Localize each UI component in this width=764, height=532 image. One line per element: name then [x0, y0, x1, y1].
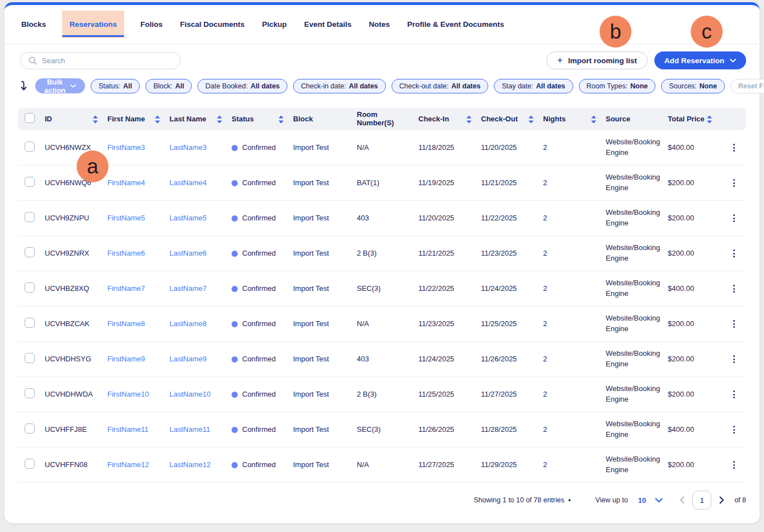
sort-icon[interactable]	[706, 115, 713, 124]
col-label: Total Price	[668, 115, 705, 124]
room-number-cell: SEC(3)	[357, 284, 418, 294]
first-name-link[interactable]: FirstName5	[107, 213, 169, 224]
row-menu-button[interactable]	[730, 388, 738, 401]
first-name-link[interactable]: FirstName9	[107, 354, 169, 365]
sort-icon[interactable]	[591, 115, 597, 124]
first-name-link[interactable]: FirstName11	[107, 425, 169, 435]
tab-event-details[interactable]: Event Details	[303, 11, 353, 38]
next-page-button[interactable]	[717, 494, 727, 506]
status-cell: Confirmed	[232, 178, 293, 189]
first-name-link[interactable]: FirstName6	[107, 248, 169, 259]
tab-fiscal-documents[interactable]: Fiscal Documents	[179, 11, 246, 38]
last-name-link[interactable]: LastName9	[169, 354, 232, 365]
page-size-value[interactable]: 10	[638, 496, 646, 505]
add-reservation-button[interactable]: Add Reservation	[654, 51, 746, 69]
first-name-link[interactable]: FirstName3	[107, 143, 169, 153]
tab-label: Fiscal Documents	[180, 20, 245, 29]
sort-icon[interactable]	[278, 115, 284, 124]
table-header-row: ID First Name Last Name Status Block Roo…	[18, 108, 746, 130]
import-rooming-list-button[interactable]: + Import rooming list	[546, 51, 647, 69]
filter-chip-block[interactable]: Block:All	[145, 79, 192, 93]
bulk-action-button[interactable]: Bulk action	[35, 78, 85, 93]
last-name-link[interactable]: LastName10	[169, 389, 232, 400]
row-menu-button[interactable]	[730, 459, 738, 471]
filter-chip-status[interactable]: Status:All	[91, 79, 140, 93]
last-name-link[interactable]: LastName6	[169, 248, 232, 259]
col-header-checkout[interactable]: Check-Out	[481, 115, 543, 124]
prev-page-button[interactable]	[677, 494, 687, 506]
last-name-link[interactable]: LastName3	[169, 143, 232, 153]
export-icon[interactable]	[20, 81, 28, 92]
reset-filters-button[interactable]: Reset Filters	[730, 79, 764, 93]
first-name-link[interactable]: FirstName8	[107, 319, 169, 329]
col-header-checkin[interactable]: Check-In	[418, 115, 481, 124]
first-name-link[interactable]: FirstName4	[107, 178, 169, 189]
last-name-link[interactable]: LastName8	[169, 319, 232, 329]
tab-profile-event-documents[interactable]: Profile & Event Documents	[406, 11, 505, 38]
row-menu-button[interactable]	[730, 283, 738, 295]
row-checkbox[interactable]	[25, 142, 35, 152]
row-menu-button[interactable]	[730, 177, 738, 189]
last-name-link[interactable]: LastName7	[169, 284, 232, 294]
filter-bar: Bulk action Status:All Block:All Date Bo…	[20, 78, 746, 93]
filter-chip-date-booked[interactable]: Date Booked:All dates	[197, 79, 287, 93]
filter-chip-stay-date[interactable]: Stay date:All dates	[494, 79, 573, 93]
row-menu-button[interactable]	[730, 423, 738, 436]
block-cell: Import Test	[293, 178, 357, 189]
row-checkbox[interactable]	[25, 423, 35, 434]
col-header-last-name[interactable]: Last Name	[169, 115, 232, 124]
filter-chip-sources[interactable]: Sources:None	[661, 79, 725, 93]
reservation-id: UCVHFFJ8E	[45, 425, 107, 435]
col-header-total-price[interactable]: Total Price	[668, 115, 721, 124]
row-checkbox[interactable]	[25, 177, 35, 187]
first-name-link[interactable]: FirstName10	[107, 389, 169, 400]
tab-bar: Blocks Reservations Folios Fiscal Docume…	[4, 5, 760, 44]
sort-icon[interactable]	[92, 115, 98, 124]
reservation-id: UCVH9ZNPU	[45, 213, 107, 224]
tab-reservations[interactable]: Reservations	[62, 11, 124, 38]
sort-icon[interactable]	[466, 115, 472, 124]
tab-notes[interactable]: Notes	[367, 11, 391, 38]
checkout-cell: 11/26/2025	[481, 354, 543, 365]
page-size-chevron-icon[interactable]	[655, 498, 663, 503]
current-page-input[interactable]: 1	[692, 491, 711, 510]
last-name-link[interactable]: LastName4	[169, 178, 232, 189]
tab-blocks[interactable]: Blocks	[20, 11, 47, 38]
row-checkbox[interactable]	[25, 247, 35, 257]
sort-icon[interactable]	[216, 115, 223, 124]
checkout-cell: 11/21/2025	[481, 178, 543, 189]
col-header-nights[interactable]: Nights	[543, 115, 606, 124]
filter-chip-room-types[interactable]: Room Types:None	[579, 79, 656, 93]
chevron-down-icon	[730, 59, 736, 63]
last-name-link[interactable]: LastName12	[169, 460, 232, 470]
filter-chip-checkin-date[interactable]: Check-in date:All dates	[293, 79, 386, 93]
row-checkbox[interactable]	[25, 212, 35, 222]
select-all-checkbox[interactable]	[25, 113, 35, 123]
sort-icon[interactable]	[154, 115, 161, 124]
row-checkbox[interactable]	[25, 318, 35, 328]
status-label: Confirmed	[242, 178, 276, 189]
last-name-link[interactable]: LastName11	[169, 425, 232, 435]
row-checkbox[interactable]	[25, 459, 35, 469]
row-checkbox[interactable]	[25, 283, 35, 293]
row-menu-button[interactable]	[730, 247, 738, 260]
checkin-cell: 11/22/2025	[418, 284, 481, 294]
row-checkbox[interactable]	[25, 353, 35, 363]
filter-chip-checkout-date[interactable]: Check-out date:All dates	[392, 79, 488, 93]
tab-pickup[interactable]: Pickup	[261, 11, 287, 38]
row-menu-button[interactable]	[730, 318, 738, 330]
col-header-id[interactable]: ID	[45, 115, 107, 124]
first-name-link[interactable]: FirstName7	[107, 284, 169, 294]
row-menu-button[interactable]	[730, 353, 738, 365]
row-checkbox[interactable]	[25, 388, 35, 398]
sort-icon[interactable]	[528, 115, 534, 124]
search-input[interactable]	[42, 57, 172, 65]
source-cell: Website/Booking Engine	[606, 243, 668, 264]
col-header-first-name[interactable]: First Name	[107, 115, 169, 124]
col-header-status[interactable]: Status	[232, 115, 293, 124]
tab-folios[interactable]: Folios	[139, 11, 164, 38]
row-menu-button[interactable]	[730, 212, 738, 224]
last-name-link[interactable]: LastName5	[169, 213, 232, 224]
first-name-link[interactable]: FirstName12	[107, 460, 169, 470]
row-menu-button[interactable]	[730, 142, 738, 154]
